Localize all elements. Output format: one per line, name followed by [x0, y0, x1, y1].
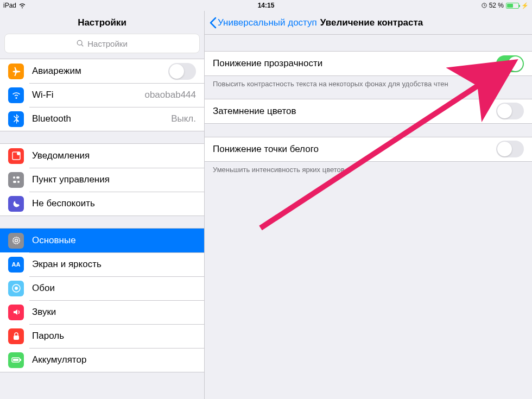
detail-pane: Универсальный доступ Увеличение контраст…: [205, 11, 532, 399]
status-bar: iPad 14:15 52 % ⚡: [0, 0, 532, 11]
search-input[interactable]: Настройки: [4, 34, 200, 53]
wallpaper-icon: [8, 281, 24, 296]
svg-point-8: [17, 181, 20, 183]
sidebar-item-wallpaper[interactable]: Обои: [0, 276, 204, 300]
row-label: Пароль: [32, 331, 196, 341]
row-label: Уведомления: [32, 150, 196, 161]
sidebar-item-sounds[interactable]: Звуки: [0, 300, 204, 324]
sidebar-item-notifications[interactable]: Уведомления: [0, 144, 204, 168]
setting-label: Затемнение цветов: [213, 106, 296, 117]
spacer: [205, 124, 532, 137]
sidebar-item-airplane[interactable]: Авиарежим: [0, 59, 204, 83]
battery-icon: [506, 3, 519, 9]
sidebar-item-dnd[interactable]: Не беспокоить: [0, 192, 204, 216]
sidebar-item-battery[interactable]: Аккумулятор: [0, 348, 204, 372]
back-label: Универсальный доступ: [218, 17, 317, 28]
charging-icon: ⚡: [521, 2, 529, 9]
sidebar-group-connectivity: Авиарежим Wi-Fi obaobab444 Bluetooth Вык…: [0, 59, 204, 131]
search-placeholder: Настройки: [87, 39, 128, 48]
wifi-icon: [18, 3, 26, 8]
passcode-icon: [8, 328, 24, 344]
wifi-settings-icon: [8, 87, 24, 103]
setting-footer-whitepoint: Уменьшить интенсивность ярких цветов.: [205, 162, 532, 185]
svg-rect-13: [14, 335, 19, 340]
reduce-white-point-toggle[interactable]: [496, 141, 524, 157]
setting-footer-transparency: Повысить контрастность текста на некотор…: [205, 76, 532, 99]
dnd-icon: [8, 196, 24, 212]
status-time: 14:15: [258, 2, 275, 9]
airplane-icon: [8, 64, 24, 79]
svg-point-10: [15, 239, 17, 242]
setting-label: Понижение точки белого: [213, 144, 319, 155]
sidebar: Настройки Настройки Авиарежим Wi-Fi: [0, 11, 205, 399]
sidebar-item-wifi[interactable]: Wi-Fi obaobab444: [0, 83, 204, 107]
row-label: Пункт управления: [32, 174, 196, 185]
row-label: Экран и яркость: [32, 259, 196, 270]
row-label: Авиарежим: [32, 66, 168, 77]
svg-point-4: [17, 152, 20, 155]
sidebar-item-bluetooth[interactable]: Bluetooth Выкл.: [0, 107, 204, 131]
row-label: Основные: [32, 235, 196, 246]
svg-rect-16: [13, 359, 18, 361]
sidebar-title: Настройки: [0, 17, 204, 28]
setting-row-darken-colors[interactable]: Затемнение цветов: [205, 99, 532, 123]
sidebar-item-control-center[interactable]: Пункт управления: [0, 168, 204, 192]
svg-point-9: [13, 237, 20, 244]
display-icon: AA: [8, 257, 24, 273]
svg-line-2: [81, 45, 83, 46]
row-label: Bluetooth: [32, 113, 171, 124]
row-value: obaobab444: [144, 90, 196, 100]
svg-rect-7: [13, 181, 16, 183]
control-center-icon: [8, 172, 24, 188]
bluetooth-icon: [8, 111, 24, 127]
row-label: Обои: [32, 283, 196, 294]
reduce-transparency-toggle[interactable]: [496, 55, 524, 72]
orientation-lock-icon: [482, 3, 487, 8]
setting-label: Понижение прозрачности: [213, 58, 322, 69]
sounds-icon: [8, 305, 24, 320]
darken-colors-toggle[interactable]: [496, 103, 524, 119]
svg-point-5: [13, 176, 15, 179]
airplane-toggle[interactable]: [168, 63, 196, 80]
setting-row-reduce-white-point[interactable]: Понижение точки белого: [205, 137, 532, 161]
detail-header: Универсальный доступ Увеличение контраст…: [205, 11, 532, 35]
svg-rect-6: [16, 176, 20, 179]
sidebar-group-general: Основные AA Экран и яркость Обои Звуки: [0, 228, 204, 372]
setting-group-whitepoint: Понижение точки белого: [205, 137, 532, 162]
svg-point-12: [15, 287, 18, 290]
search-icon: [77, 40, 84, 47]
setting-group-darken: Затемнение цветов: [205, 99, 532, 124]
row-label: Аккумулятор: [32, 354, 196, 365]
setting-row-reduce-transparency[interactable]: Понижение прозрачности: [205, 52, 532, 75]
sidebar-item-passcode[interactable]: Пароль: [0, 324, 204, 348]
battery-percent: 52 %: [489, 2, 504, 9]
row-label: Звуки: [32, 307, 196, 318]
chevron-left-icon: [209, 17, 217, 29]
svg-rect-15: [20, 359, 21, 361]
sidebar-item-display[interactable]: AA Экран и яркость: [0, 252, 204, 276]
gear-icon: [8, 233, 24, 249]
detail-title: Увеличение контраста: [320, 17, 423, 28]
back-button[interactable]: Универсальный доступ: [209, 17, 317, 29]
sidebar-item-general[interactable]: Основные: [0, 229, 204, 252]
svg-point-1: [78, 40, 83, 45]
notifications-icon: [8, 148, 24, 164]
row-label: Не беспокоить: [32, 198, 196, 209]
battery-settings-icon: [8, 352, 24, 368]
device-label: iPad: [3, 2, 16, 9]
status-right: 52 % ⚡: [482, 2, 529, 9]
sidebar-group-notifications: Уведомления Пункт управления Не беспокои…: [0, 143, 204, 216]
status-left: iPad: [3, 2, 26, 9]
setting-group-transparency: Понижение прозрачности: [205, 51, 532, 76]
row-value: Выкл.: [171, 113, 196, 124]
sidebar-header: Настройки: [0, 11, 204, 34]
row-label: Wi-Fi: [32, 90, 144, 100]
